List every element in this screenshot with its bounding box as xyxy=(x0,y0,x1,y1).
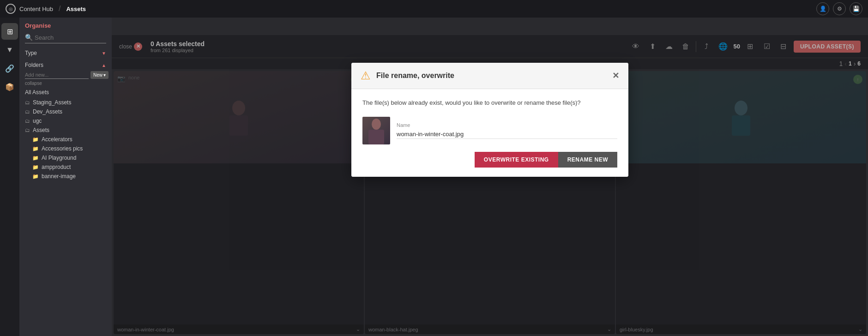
type-chevron-icon: ▼ xyxy=(102,51,106,56)
folder-icon: 📁 xyxy=(32,174,39,180)
folder-icon: 🗂 xyxy=(25,118,30,124)
overwrite-existing-button[interactable]: OVERWRITE EXISTING xyxy=(475,152,558,168)
folder-label: banner-image xyxy=(42,173,76,180)
svg-point-6 xyxy=(372,119,381,130)
folders-chevron-icon[interactable]: ▲ xyxy=(102,63,106,68)
folder-icon: 🗂 xyxy=(25,100,30,105)
icon-bar: ⊞ ▼ 🔗 📦 xyxy=(0,18,19,336)
icon-bar-box[interactable]: 📦 xyxy=(1,78,18,95)
new-folder-row: New ▾ xyxy=(25,71,106,79)
file-entry: Name xyxy=(362,117,617,144)
sidebar-item-accessories-pics[interactable]: 📁 Accessories pics xyxy=(25,144,106,153)
save-button[interactable]: 💾 xyxy=(850,2,862,15)
folder-icon: 📁 xyxy=(32,146,39,152)
filter-icon: ▼ xyxy=(6,46,13,54)
warning-icon: ⚠ xyxy=(361,69,371,82)
folder-icon: 📁 xyxy=(32,137,39,143)
app-logo[interactable]: ◎ xyxy=(6,4,16,14)
folders-label: Folders xyxy=(25,62,43,68)
folder-label: Accelerators xyxy=(42,136,72,143)
collapse-label[interactable]: collapse xyxy=(25,81,106,86)
rename-new-button[interactable]: RENAME NEW xyxy=(558,152,617,168)
body-area: ⊞ ▼ 🔗 📦 Organise 🔍 Type ▼ xyxy=(0,18,868,336)
folder-label: Staging_Assets xyxy=(33,99,71,106)
folder-label: AI Playground xyxy=(42,155,76,161)
folder-icon: 📁 xyxy=(32,155,39,161)
box-icon: 📦 xyxy=(5,83,14,91)
modal-header: ⚠ File rename, overwrite ✕ xyxy=(351,63,628,89)
search-box[interactable]: 🔍 xyxy=(25,32,106,43)
nav-section: Assets xyxy=(66,6,86,12)
nav-right: 👤 ⚙ 💾 xyxy=(816,2,862,15)
modal-actions: OVERWRITE EXISTING RENAME NEW xyxy=(362,152,617,168)
file-thumbnail xyxy=(362,117,390,144)
folder-label: Accessories pics xyxy=(42,145,83,152)
app-layout: ◎ Content Hub / Assets 👤 ⚙ 💾 ⊞ ▼ xyxy=(0,0,868,336)
all-assets-label: All Assets xyxy=(25,89,49,96)
type-label: Type xyxy=(25,50,37,56)
folder-icon: 🗂 xyxy=(25,109,30,114)
nav-title: Content Hub xyxy=(19,6,53,12)
save-icon: 💾 xyxy=(853,6,860,12)
sidebar-item-accelerators[interactable]: 📁 Accelerators xyxy=(25,135,106,144)
sidebar: Organise 🔍 Type ▼ Folders ▲ xyxy=(19,18,112,336)
settings-button[interactable]: ⚙ xyxy=(833,2,846,15)
sidebar-item-ampproduct[interactable]: 📁 ampproduct xyxy=(25,162,106,172)
modal-close-button[interactable]: ✕ xyxy=(612,72,619,80)
sidebar-item-banner-image[interactable]: 📁 banner-image xyxy=(25,172,106,181)
modal-title: File rename, overwrite xyxy=(376,72,607,80)
type-filter[interactable]: Type ▼ xyxy=(19,47,112,59)
folder-label: Dev_Assets xyxy=(33,108,62,115)
folder-icon: 📁 xyxy=(32,164,39,170)
sidebar-item-dev-assets[interactable]: 🗂 Dev_Assets xyxy=(25,107,106,116)
new-chevron-icon: ▾ xyxy=(103,72,106,78)
profile-button[interactable]: 👤 xyxy=(816,2,829,15)
gear-icon: ⚙ xyxy=(837,6,842,12)
folder-icon: 🗂 xyxy=(25,127,30,133)
person-icon: 👤 xyxy=(820,6,826,12)
new-folder-button[interactable]: New ▾ xyxy=(90,71,108,79)
sidebar-item-ugc[interactable]: 🗂 ugc xyxy=(25,116,106,126)
folder-label: ampproduct xyxy=(42,164,71,170)
content-icon: ⊞ xyxy=(7,27,13,36)
add-folder-input[interactable] xyxy=(25,71,89,79)
icon-bar-content[interactable]: ⊞ xyxy=(1,23,18,40)
nav-separator: / xyxy=(59,5,60,13)
file-info: Name xyxy=(397,122,617,139)
search-input[interactable] xyxy=(35,34,106,41)
main-content: close ✕ 0 Assets selected from 261 displ… xyxy=(112,35,868,336)
sidebar-organise-label: Organise xyxy=(19,18,112,32)
modal-dialog: ⚠ File rename, overwrite ✕ The file(s) b… xyxy=(351,63,628,177)
icon-bar-link[interactable]: 🔗 xyxy=(1,60,18,77)
file-name-label: Name xyxy=(397,122,617,128)
modal-overlay: ⚠ File rename, overwrite ✕ The file(s) b… xyxy=(112,35,868,336)
modal-description: The file(s) below already exist, would y… xyxy=(362,98,617,108)
logo-icon: ◎ xyxy=(9,6,13,12)
icon-bar-filter[interactable]: ▼ xyxy=(1,42,18,58)
file-name-input[interactable] xyxy=(397,130,617,139)
folders-section: Folders ▲ New ▾ collapse All Assets 🗂 St xyxy=(19,59,112,184)
modal-body: The file(s) below already exist, would y… xyxy=(351,89,628,177)
sidebar-item-staging-assets[interactable]: 🗂 Staging_Assets xyxy=(25,98,106,107)
folder-label: Assets xyxy=(33,127,49,133)
search-icon: 🔍 xyxy=(25,34,33,41)
svg-rect-7 xyxy=(368,130,384,144)
folder-label: ugc xyxy=(33,118,42,124)
sidebar-item-all-assets[interactable]: All Assets xyxy=(25,88,106,97)
sidebar-item-assets[interactable]: 🗂 Assets xyxy=(25,126,106,135)
folders-header: Folders ▲ xyxy=(25,62,106,68)
sidebar-item-ai-playground[interactable]: 📁 AI Playground xyxy=(25,153,106,162)
link-icon: 🔗 xyxy=(5,64,14,73)
top-nav: ◎ Content Hub / Assets 👤 ⚙ 💾 xyxy=(0,0,868,18)
